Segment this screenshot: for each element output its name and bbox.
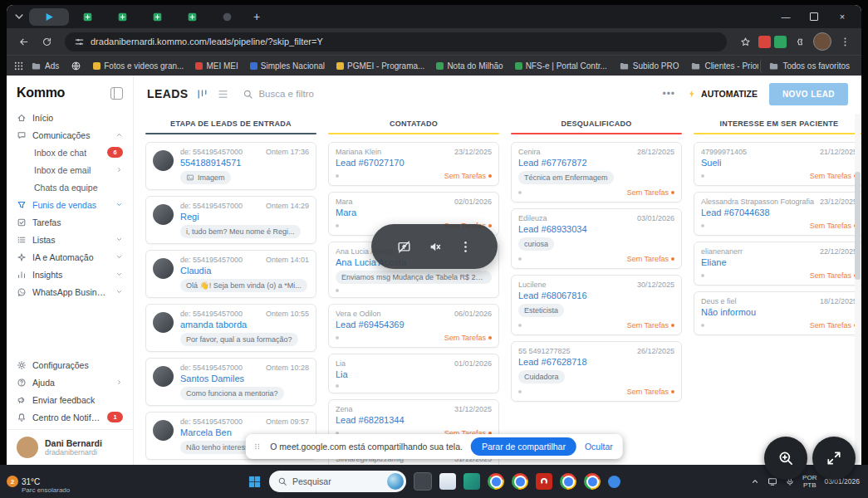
active-tab[interactable] <box>29 8 69 26</box>
stop-sharing-button[interactable]: Parar de compartilhar <box>471 437 576 456</box>
lead-card[interactable]: Vera e Odilon06/01/2026Lead #69454369Sem… <box>328 304 499 348</box>
search-input[interactable]: Busca e filtro <box>243 89 313 100</box>
weather-widget[interactable]: 2 31°C Parc ensolarado <box>7 477 70 494</box>
bookmark-star-icon[interactable] <box>735 32 755 51</box>
browser-profile-avatar[interactable] <box>813 32 831 51</box>
automatize-button[interactable]: AUTOMATIZE <box>687 89 758 99</box>
bookmark-item[interactable]: Nota do Milhão <box>431 60 508 72</box>
bookmark-item[interactable]: Ads <box>26 59 64 73</box>
bookmark-item[interactable]: Subido PRO <box>614 59 684 73</box>
lead-card[interactable]: Lucilene30/12/2025Lead #68067816Estetici… <box>511 275 682 335</box>
lead-card[interactable]: de: 554195457000Ontem 10:28Santos Damile… <box>145 358 316 406</box>
taskbar-app-icon[interactable] <box>463 473 480 490</box>
bookmark-item[interactable] <box>66 59 86 73</box>
meet-more-options-icon[interactable] <box>459 240 473 254</box>
bookmark-item[interactable]: NFS-e | Portal Contr... <box>510 60 612 72</box>
lead-card[interactable]: de: 554195457000Ontem 10:55amanda tabord… <box>145 304 316 352</box>
bookmark-item[interactable]: PGMEI - Programa... <box>331 60 429 72</box>
lead-card[interactable]: Lia01/01/2026Lia <box>328 354 499 393</box>
taskbar-app-icon[interactable] <box>439 473 456 490</box>
bookmark-item[interactable]: MEI MEI <box>190 60 243 72</box>
extension-icon-green[interactable] <box>774 36 787 48</box>
apps-grid-icon[interactable] <box>13 61 24 71</box>
maximize-button[interactable] <box>800 5 828 28</box>
kommo-favicon <box>44 12 55 22</box>
sidebar-item-whatsapp-business[interactable]: WhatsApp Business <box>7 283 133 300</box>
new-lead-button[interactable]: NOVO LEAD <box>769 83 848 105</box>
sidebar-item-inbox-de-email[interactable]: Inbox de email <box>7 161 133 178</box>
sidebar-item-funis-de-vendas[interactable]: Funis de vendas <box>7 196 133 213</box>
taskbar-app-icon[interactable] <box>584 473 601 490</box>
lead-card[interactable]: Mariana Klein23/12/2025Lead #67027170Sem… <box>328 142 499 186</box>
sidebar-item-inicio[interactable]: Início <box>7 109 133 126</box>
bookmark-item[interactable]: Clientes - Prioridad... <box>685 59 758 73</box>
zoom-in-button[interactable] <box>764 437 807 480</box>
collapse-sidebar-icon[interactable] <box>110 87 123 100</box>
sidebar-item-comunicacoes[interactable]: Comunicações <box>7 126 133 144</box>
lead-card[interactable]: Deus e fiel18/12/2025Não informouSem Tar… <box>694 291 861 335</box>
list-view-icon[interactable] <box>217 88 229 100</box>
start-button[interactable] <box>248 475 262 489</box>
sidebar-item-insights[interactable]: Insights <box>7 266 133 283</box>
lead-card[interactable]: 4799997140521/12/2025SueliSem Tarefas <box>694 142 861 186</box>
browser-tab[interactable] <box>175 8 208 26</box>
minimize-button[interactable]: — <box>772 5 800 28</box>
taskbar-app-icon[interactable] <box>414 472 432 491</box>
browser-menu-icon[interactable] <box>835 32 855 51</box>
site-info-icon[interactable] <box>74 37 85 47</box>
drag-handle-icon[interactable] <box>252 442 262 452</box>
sidebar-item-enviar-feedback[interactable]: Enviar feedback <box>7 391 133 408</box>
sidebar-item-listas[interactable]: Listas <box>7 231 133 248</box>
new-tab-button[interactable]: + <box>248 7 266 26</box>
lead-card[interactable]: de: 554195457000Ontem 14:29Regii, tudo b… <box>145 196 316 244</box>
fullscreen-button[interactable] <box>812 437 856 480</box>
lead-card[interactable]: elianenanerr22/12/2025ElianeSem Tarefas <box>694 242 861 286</box>
sidebar-item-tarefas[interactable]: Tarefas <box>7 213 133 231</box>
bookmark-item[interactable]: Fotos e videos gran... <box>88 60 189 72</box>
sidebar-item-chats-da-equipe[interactable]: Chats da equipe <box>7 178 133 196</box>
taskbar-app-icon[interactable] <box>512 473 528 490</box>
sidebar-item-configuracoes[interactable]: Configurações <box>7 356 133 374</box>
extension-icon-red[interactable] <box>758 36 771 48</box>
browser-tab[interactable] <box>105 8 139 26</box>
search-placeholder: Busca e filtro <box>258 89 313 99</box>
browser-tab[interactable] <box>140 8 174 26</box>
extensions-puzzle-icon[interactable] <box>790 32 810 51</box>
reload-icon[interactable] <box>37 32 56 51</box>
browser-tab[interactable] <box>210 8 243 26</box>
address-bar[interactable]: dradanibernardi.kommo.com/leads/pipeline… <box>65 32 727 51</box>
tray-expand-icon[interactable] <box>750 476 760 486</box>
lead-card[interactable]: 55 549127782526/12/2025Lead #67628718Cui… <box>511 341 682 402</box>
screen-share-tray-icon[interactable] <box>767 476 777 486</box>
taskbar-app-icon[interactable] <box>608 476 620 488</box>
sidebar-item-centro-de-notificacao[interactable]: Centro de Notificação1 <box>7 408 133 426</box>
scrollbar-thumb[interactable] <box>855 172 861 280</box>
lead-card[interactable]: Cenira28/12/2025Lead #67767872Técnica em… <box>511 142 682 203</box>
back-icon[interactable] <box>13 32 33 51</box>
all-favorites-button[interactable]: Todos os favoritos <box>760 59 855 73</box>
hide-share-bar-link[interactable]: Ocultar <box>585 442 613 452</box>
kanban-view-icon[interactable] <box>196 88 208 100</box>
taskbar-app-icon[interactable] <box>560 473 576 490</box>
close-button[interactable]: × <box>828 5 856 28</box>
browser-tab[interactable] <box>71 8 104 26</box>
tab-search-icon[interactable] <box>12 9 27 24</box>
taskbar-search[interactable]: Pesquisar <box>269 471 406 492</box>
sidebar-item-inbox-de-chat[interactable]: Inbox de chat6 <box>7 144 133 161</box>
lead-card[interactable]: Alessandra Strapasson Fotografia23/12/20… <box>694 192 861 236</box>
lead-card[interactable]: de: 554195457000Ontem 14:01ClaudiaOlá 👋!… <box>145 250 316 298</box>
more-options-button[interactable]: ••• <box>662 88 675 100</box>
vertical-scrollbar[interactable] <box>855 114 861 463</box>
sidebar-item-ajuda[interactable]: Ajuda <box>7 374 133 391</box>
kommo-logo[interactable]: Kommo <box>17 85 65 100</box>
language-indicator[interactable]: POR PTB <box>802 474 817 489</box>
lead-card[interactable]: Edileuza03/01/2026Lead #68933034curiosaS… <box>511 208 682 269</box>
muted-audio-icon[interactable] <box>428 240 442 254</box>
taskbar-app-icon[interactable] <box>488 473 504 490</box>
taskbar-app-icon[interactable] <box>536 473 552 490</box>
user-profile[interactable]: Dani Bernardi dradanibernardi <box>7 429 133 465</box>
sidebar-item-ia-e-automacao[interactable]: IA e Automação <box>7 248 133 266</box>
lead-card[interactable]: de: 554195457000Ontem 17:36554188914571I… <box>145 142 316 190</box>
bookmark-item[interactable]: Simples Nacional <box>245 60 330 72</box>
presenting-stop-icon[interactable] <box>397 240 411 254</box>
